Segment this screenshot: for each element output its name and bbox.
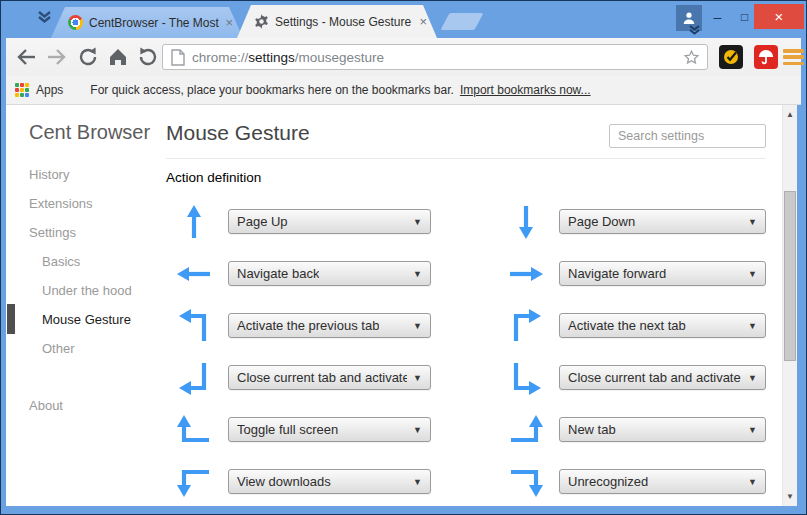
sidebar-item-mouse-gesture[interactable]: Mouse Gesture: [42, 312, 131, 327]
gesture-left-down-icon: [174, 462, 214, 502]
import-bookmarks-link[interactable]: Import bookmarks now...: [460, 83, 591, 97]
dropdown-label: View downloads: [237, 474, 331, 489]
tab-close-icon[interactable]: ×: [419, 15, 427, 28]
gesture-action-dropdown[interactable]: Navigate forward ▼: [559, 261, 766, 286]
back-button[interactable]: [14, 45, 38, 69]
gesture-row: Navigate back ▼ Navigate forward ▼: [166, 254, 766, 294]
tab-overflow-icon[interactable]: [688, 25, 701, 35]
chevron-down-icon: ▼: [742, 477, 757, 487]
gear-icon: [254, 14, 269, 29]
dropdown-label: Close current tab and activate t: [568, 370, 742, 385]
gesture-up-icon: [174, 202, 214, 242]
settings-sidebar: Cent Browser History Extensions Settings…: [6, 105, 161, 506]
chevron-down-icon: ▼: [742, 373, 757, 383]
settings-page: Cent Browser History Extensions Settings…: [6, 105, 797, 506]
sidebar-item-history[interactable]: History: [29, 167, 69, 182]
gesture-row: Activate the previous tab ▼ Activate the…: [166, 306, 766, 346]
chevron-down-icon: ▼: [742, 425, 757, 435]
reload-button[interactable]: [76, 45, 100, 69]
gesture-down-left-icon: [174, 358, 214, 398]
dropdown-label: Unrecognized: [568, 474, 648, 489]
gesture-action-dropdown[interactable]: Close current tab and activate t ▼: [559, 365, 766, 390]
tab-title: CentBrowser - The Most F: [89, 16, 219, 30]
dropdown-label: Close current tab and activate t: [237, 370, 407, 385]
undo-closed-tab-button[interactable]: [136, 45, 160, 69]
apps-shortcut[interactable]: Apps: [15, 83, 63, 97]
forward-button[interactable]: [45, 45, 69, 69]
dropdown-label: Toggle full screen: [237, 422, 338, 437]
page-title: Mouse Gesture: [166, 121, 310, 145]
gesture-row: View downloads ▼ Unrecognized ▼: [166, 462, 766, 502]
scroll-up-icon[interactable]: ▲: [783, 110, 797, 119]
dropdown-label: Activate the next tab: [568, 318, 686, 333]
browser-window: CentBrowser - The Most F × Settings - Mo…: [0, 0, 807, 515]
gesture-action-dropdown[interactable]: Activate the previous tab ▼: [228, 313, 431, 338]
person-icon: [682, 11, 696, 25]
gesture-action-dropdown[interactable]: Page Down ▼: [559, 209, 766, 234]
gesture-action-dropdown[interactable]: Activate the next tab ▼: [559, 313, 766, 338]
chevron-down-icon: ▼: [742, 217, 757, 227]
sidebar-item-basics[interactable]: Basics: [42, 254, 80, 269]
tab-close-icon[interactable]: ×: [225, 16, 233, 29]
sidebar-item-under-the-hood[interactable]: Under the hood: [42, 283, 132, 298]
chevron-down-icon: ▼: [407, 217, 422, 227]
gesture-row: Page Up ▼ Page Down ▼: [166, 202, 766, 242]
gesture-action-dropdown[interactable]: View downloads ▼: [228, 469, 431, 494]
gesture-action-dropdown[interactable]: Close current tab and activate t ▼: [228, 365, 431, 390]
search-settings-input[interactable]: [609, 124, 766, 148]
scrollbar-thumb[interactable]: [784, 191, 796, 361]
tab-list-icon[interactable]: [37, 10, 52, 24]
new-tab-button[interactable]: [440, 13, 483, 30]
sidebar-item-extensions[interactable]: Extensions: [29, 196, 93, 211]
bookmark-star-icon[interactable]: [682, 48, 701, 67]
gesture-action-dropdown[interactable]: Page Up ▼: [228, 209, 431, 234]
bookmarks-hint-text: For quick access, place your bookmarks h…: [90, 83, 454, 97]
gesture-left-icon: [174, 254, 214, 294]
page-scrollbar[interactable]: ▲ ▼: [782, 105, 797, 506]
chevron-down-icon: ▼: [742, 269, 757, 279]
gesture-action-dropdown[interactable]: Unrecognized ▼: [559, 469, 766, 494]
dropdown-label: Navigate forward: [568, 266, 666, 281]
sidebar-item-settings[interactable]: Settings: [29, 225, 76, 240]
dropdown-label: Navigate back: [237, 266, 319, 281]
toolbar: chrome://settings/mousegesture: [6, 38, 801, 76]
main-content: Mouse Gesture Action definition Page Up …: [161, 105, 766, 506]
url-host: settings: [248, 50, 295, 65]
menu-button[interactable]: [783, 47, 804, 67]
url-path: /mousegesture: [295, 50, 384, 65]
gesture-right-down-icon: [506, 462, 546, 502]
chevron-down-icon: ▼: [407, 425, 422, 435]
avira-extension-icon[interactable]: [754, 45, 778, 69]
gesture-up-left-icon: [174, 306, 214, 346]
scroll-down-icon[interactable]: ▼: [783, 492, 797, 501]
tab-settings[interactable]: Settings - Mouse Gesture ×: [237, 5, 437, 38]
menu-bar-icon: [783, 62, 804, 66]
gesture-right-up-icon: [506, 410, 546, 450]
tab-title: Settings - Mouse Gesture: [275, 15, 413, 29]
gesture-left-up-icon: [174, 410, 214, 450]
tab-centbrowser[interactable]: CentBrowser - The Most F ×: [51, 7, 243, 38]
gesture-action-dropdown[interactable]: New tab ▼: [559, 417, 766, 442]
gesture-action-dropdown[interactable]: Toggle full screen ▼: [228, 417, 431, 442]
gesture-down-right-icon: [506, 358, 546, 398]
apps-grid-icon: [15, 83, 29, 97]
minimize-button[interactable]: –: [704, 5, 731, 28]
chevron-down-icon: ▼: [407, 269, 422, 279]
gesture-down-icon: [506, 202, 546, 242]
address-bar[interactable]: chrome://settings/mousegesture: [162, 44, 708, 70]
menu-bar-icon: [783, 55, 804, 59]
home-button[interactable]: [106, 45, 130, 69]
sidebar-item-other[interactable]: Other: [42, 341, 75, 356]
norton-extension-icon[interactable]: [719, 45, 743, 69]
section-title: Action definition: [166, 170, 261, 185]
sidebar-item-about[interactable]: About: [29, 398, 63, 413]
chevron-down-icon: ▼: [407, 321, 422, 331]
gesture-row: Close current tab and activate t ▼ Close…: [166, 358, 766, 398]
gesture-action-dropdown[interactable]: Navigate back ▼: [228, 261, 431, 286]
dropdown-label: New tab: [568, 422, 616, 437]
gesture-right-icon: [506, 254, 546, 294]
close-window-button[interactable]: ×: [754, 4, 804, 29]
bookmarks-bar: Apps For quick access, place your bookma…: [6, 76, 801, 105]
chevron-down-icon: ▼: [407, 477, 422, 487]
chevron-down-icon: ▼: [407, 373, 422, 383]
